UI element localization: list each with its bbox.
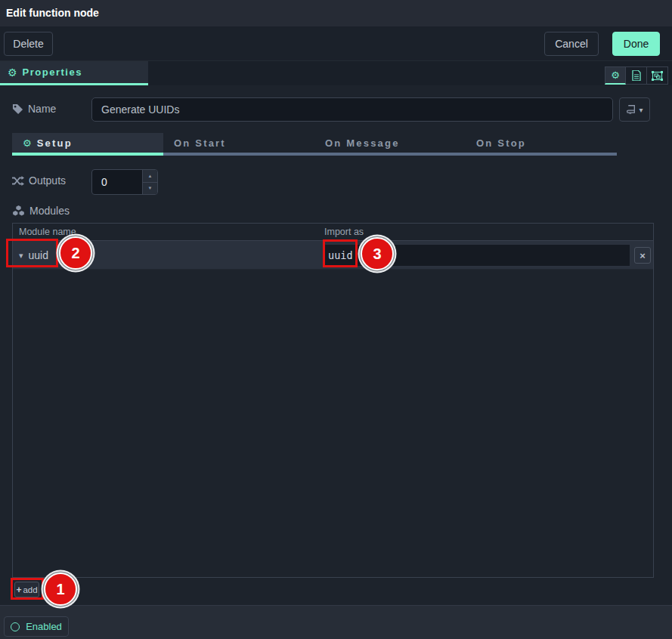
tab-on-start[interactable]: On Start [163, 133, 314, 156]
module-name-dropdown[interactable]: ▾ uuid [19, 241, 48, 270]
arrow-up-icon: ▲ [148, 174, 153, 178]
appearance-view-button[interactable] [647, 66, 668, 85]
outputs-input[interactable] [92, 170, 142, 194]
remove-module-button[interactable]: × [634, 247, 651, 264]
spinner-up-button[interactable]: ▲ [143, 170, 157, 183]
dialog-titlebar: Edit function node [0, 0, 672, 26]
dialog-body: Name ▾ ⚙ Setup On Start On Message On St… [0, 85, 672, 605]
dialog-title: Edit function node [6, 0, 99, 26]
add-module-button[interactable]: + add [14, 582, 39, 597]
done-button[interactable]: Done [612, 32, 660, 56]
name-field-row: Name [12, 103, 56, 115]
outputs-spinner: ▲ ▼ [91, 169, 158, 195]
spinner-buttons: ▲ ▼ [142, 170, 157, 194]
tab-on-start-label: On Start [174, 137, 226, 149]
import-as-input[interactable] [324, 244, 630, 267]
properties-view-button[interactable]: ⚙ [605, 66, 626, 85]
properties-strip: ⚙ Properties ⚙ [0, 61, 672, 85]
module-name-value: uuid [29, 249, 48, 261]
status-circle-icon [11, 622, 20, 631]
tab-on-stop[interactable]: On Stop [466, 133, 617, 156]
arrow-down-icon: ▼ [148, 186, 153, 190]
modules-table: Module name Import as ▾ uuid × [12, 223, 654, 578]
tab-on-message-label: On Message [325, 137, 400, 149]
label-style-dropdown-button[interactable]: ▾ [619, 97, 650, 122]
properties-tab-label: Properties [23, 66, 82, 78]
tag-icon [12, 103, 23, 115]
tab-setup-label: Setup [37, 137, 73, 149]
object-group-icon [652, 71, 663, 81]
cubes-icon [12, 205, 25, 216]
file-lines-icon [632, 70, 641, 81]
book-icon [626, 105, 636, 115]
modules-section-label: Modules [12, 205, 70, 217]
close-icon: × [639, 251, 646, 261]
plus-icon: + [16, 585, 21, 595]
gear-icon: ⚙ [611, 69, 620, 81]
dialog-footer: Enabled [0, 605, 672, 639]
tab-on-message[interactable]: On Message [314, 133, 466, 156]
shuffle-icon [12, 176, 24, 186]
chevron-down-icon: ▾ [639, 106, 643, 114]
column-module-name: Module name [19, 227, 76, 237]
module-table-row: ▾ uuid × [13, 241, 653, 270]
outputs-label: Outputs [29, 174, 66, 187]
gear-icon: ⚙ [23, 137, 32, 149]
enabled-toggle-button[interactable]: Enabled [4, 616, 69, 637]
cancel-button[interactable]: Cancel [544, 32, 599, 56]
tab-setup[interactable]: ⚙ Setup [12, 133, 163, 156]
name-input[interactable] [91, 97, 613, 122]
name-label: Name [28, 103, 56, 115]
editor-view-switcher: ⚙ [605, 66, 668, 85]
outputs-field-row: Outputs [12, 174, 66, 187]
description-view-button[interactable] [626, 66, 647, 85]
modules-label: Modules [29, 205, 70, 217]
gear-icon: ⚙ [8, 66, 17, 79]
add-button-label: add [23, 585, 37, 594]
dialog-toolbar: Delete Cancel Done [0, 26, 672, 61]
caret-down-icon: ▾ [19, 251, 23, 261]
tab-properties[interactable]: ⚙ Properties [0, 61, 148, 85]
function-tab-bar: ⚙ Setup On Start On Message On Stop [12, 133, 618, 156]
edit-function-node-dialog: Edit function node Delete Cancel Done ⚙ … [0, 0, 672, 639]
modules-table-header: Module name Import as [13, 224, 653, 241]
spinner-down-button[interactable]: ▼ [143, 183, 157, 195]
enabled-label: Enabled [26, 621, 62, 632]
tab-on-stop-label: On Stop [476, 137, 526, 149]
delete-button[interactable]: Delete [4, 32, 53, 56]
column-import-as: Import as [324, 227, 364, 237]
